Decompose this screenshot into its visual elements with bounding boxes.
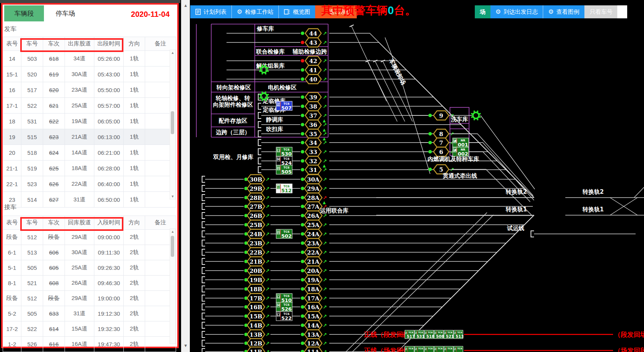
train-badge-530[interactable]: 口TC6530 xyxy=(276,147,292,157)
mainline-train-badge[interactable]: 正TC6531 xyxy=(414,330,424,339)
table-row[interactable]: 17-252261415A道19:32:302轨 xyxy=(3,321,176,337)
track-badge-24B[interactable]: 24B xyxy=(247,229,265,238)
track-badge-11A[interactable]: 11A xyxy=(304,347,322,352)
maintenance-workstation-button[interactable]: ⚙ 检修工作站 xyxy=(232,5,279,18)
scroll-up-icon[interactable]: ▲ xyxy=(181,3,190,8)
track-badge-28B[interactable]: 28B xyxy=(247,193,265,202)
table-row[interactable]: 8-152160826A道09:46:302轨 xyxy=(3,276,176,291)
track-badge-40[interactable]: 40 xyxy=(305,75,321,84)
track-badge-18B[interactable]: 18B xyxy=(247,284,265,294)
track-badge-23A[interactable]: 23A xyxy=(304,238,322,248)
scroll-down-icon[interactable]: ▼ xyxy=(181,343,190,348)
track-badge-43[interactable]: 43 xyxy=(305,38,321,47)
track-badge-13B[interactable]: 13B xyxy=(247,330,265,339)
table-row[interactable]: 1951562321A道06:13:001轨 xyxy=(3,129,176,145)
track-badge-14B[interactable]: 14B xyxy=(247,321,265,330)
train-badge-507[interactable]: 正TC6507 xyxy=(276,101,292,111)
table-row[interactable]: 2351462731道06:50:001轨 xyxy=(3,192,176,208)
field-button[interactable]: 场 xyxy=(475,5,490,18)
train-badge-001[interactable]: 调NR001 xyxy=(453,138,469,148)
train-badge-502[interactable]: 日TC6502 xyxy=(276,229,292,239)
mainline-train-badge[interactable]: 正TC6 xyxy=(405,346,414,352)
table-row[interactable]: 21-151962518A道06:28:001轨 xyxy=(3,161,176,176)
track-badge-21B[interactable]: 21B xyxy=(247,257,265,266)
track-badge-41[interactable]: 41 xyxy=(305,65,321,75)
track-badge-35[interactable]: 35 xyxy=(305,129,321,138)
mainline-train-badge[interactable]: 正TC6 xyxy=(414,346,424,352)
track-badge-27A[interactable]: 27A xyxy=(304,202,322,211)
train-badge-526[interactable]: HTC6526 xyxy=(276,302,292,312)
track-badge-26A[interactable]: 26A xyxy=(304,211,322,220)
track-badge-15B[interactable]: 15B xyxy=(247,311,265,321)
track-badge-8[interactable]: 8 xyxy=(434,129,449,138)
track-badge-26B[interactable]: 26B xyxy=(247,211,265,220)
table-row[interactable]: 6-151360630A道09:11:302轨 xyxy=(3,245,176,260)
track-badge-32[interactable]: 32 xyxy=(305,156,321,165)
track-badge-36[interactable]: 36 xyxy=(305,120,321,129)
track-badge-11B[interactable]: 11B xyxy=(247,347,265,352)
track-badge-16A[interactable]: 16A xyxy=(304,302,322,311)
table-row[interactable]: 5-150560525A道09:26:302轨 xyxy=(3,260,176,276)
train-badge-524[interactable]: HTC6524 xyxy=(276,156,292,166)
track-badge-33[interactable]: 33 xyxy=(305,147,321,156)
track-badge-19A[interactable]: 19A xyxy=(304,275,322,284)
departure-table-scrollbar[interactable]: ▲ ▼ xyxy=(170,50,176,200)
track-badge-17A[interactable]: 17A xyxy=(304,294,322,303)
table-row[interactable]: 1450361834道05:26:001轨 xyxy=(3,51,176,67)
panel-scrollbar[interactable]: ▲ ▼ xyxy=(181,0,190,352)
scrollbar-thumb[interactable] xyxy=(171,111,174,134)
track-badge-9[interactable]: 9 xyxy=(434,111,449,120)
track-badge-20A[interactable]: 20A xyxy=(304,266,322,275)
arrival-table-scrollbar[interactable]: ▲ xyxy=(170,229,176,344)
track-badge-14A[interactable]: 14A xyxy=(304,321,322,330)
track-badge-29A[interactable]: 29A xyxy=(304,184,322,193)
plan-list-button[interactable]: 计划列表 xyxy=(190,5,232,18)
tab-parking-yard[interactable]: 停车场 xyxy=(44,5,87,21)
track-badge-20B[interactable]: 20B xyxy=(247,266,265,275)
track-badge-13A[interactable]: 13A xyxy=(304,330,322,339)
table-row[interactable]: 22-152362622A道06:40:001轨 xyxy=(3,176,176,192)
track-badge-24A[interactable]: 24A xyxy=(304,229,322,238)
table-row[interactable]: 1651762023A道05:50:001轨 xyxy=(3,82,176,98)
track-badge-21A[interactable]: 21A xyxy=(304,257,322,266)
scrollbar-thumb[interactable] xyxy=(171,236,174,257)
track-badge-6[interactable]: 6 xyxy=(434,147,449,156)
table-row[interactable]: 15-152061930A道05:43:001轨 xyxy=(3,67,176,82)
mainline-train-badge[interactable]: 正TC6518 xyxy=(424,330,434,339)
track-badge-22A[interactable]: 22A xyxy=(304,248,322,257)
table-row[interactable]: 1853162219A道06:05:001轨 xyxy=(3,114,176,129)
train-badge-002[interactable]: 调NR002 xyxy=(453,147,469,157)
arrival-departure-log-button[interactable]: ⚙ 到达出发日志 xyxy=(490,5,543,18)
track-badge-42[interactable]: 42 xyxy=(305,56,321,65)
tab-depot[interactable]: 车辆段 xyxy=(4,5,44,21)
track-badge-25B[interactable]: 25B xyxy=(247,220,265,229)
mainline-train-badge[interactable]: 正TC6 xyxy=(454,346,463,352)
mainline-train-badge[interactable]: 正TC6513 xyxy=(454,330,464,339)
track-badge-16B[interactable]: 16B xyxy=(247,302,265,311)
track-badge-17B[interactable]: 17B xyxy=(247,294,265,303)
track-badge-12A[interactable]: 12A xyxy=(304,339,322,348)
scroll-down-icon[interactable]: ▼ xyxy=(170,194,175,199)
track-badge-37[interactable]: 37 xyxy=(305,111,321,120)
scroll-up-icon[interactable]: ▲ xyxy=(170,229,175,234)
track-badge-44[interactable]: 44 xyxy=(305,29,321,38)
track-badge-22B[interactable]: 22B xyxy=(247,248,265,257)
train-badge-505[interactable]: 日TC6505 xyxy=(276,165,292,175)
table-row[interactable]: 段备512段备29A道09:00:002轨 xyxy=(3,230,176,245)
overview-map-button[interactable]: 概览图 xyxy=(279,5,315,18)
train-badge-522[interactable]: 口TC6522 xyxy=(276,311,292,321)
track-badge-38[interactable]: 38 xyxy=(305,102,321,111)
mainline-train-badge[interactable]: 正TC6 xyxy=(424,346,434,352)
table-row[interactable]: 5-250563331道19:12:302轨 xyxy=(3,306,176,321)
toggle-knob[interactable] xyxy=(617,5,627,18)
mainline-train-badge[interactable]: 正TC6 xyxy=(444,346,453,352)
table-row[interactable]: 17-152262125A道05:57:001轨 xyxy=(3,98,176,114)
track-badge-25A[interactable]: 25A xyxy=(304,220,322,229)
view-legend-button[interactable]: ⚙ 查看图例 xyxy=(543,5,584,18)
track-badge-29B[interactable]: 29B xyxy=(247,184,265,193)
track-badge-18A[interactable]: 18A xyxy=(304,284,322,294)
table-row[interactable]: 段备512段备29A道19:00:002轨 xyxy=(3,291,176,306)
track-badge-7[interactable]: 7 xyxy=(434,138,449,147)
train-badge-512[interactable]: 森TC6512 xyxy=(276,184,292,193)
track-badge-23B[interactable]: 23B xyxy=(247,238,265,248)
